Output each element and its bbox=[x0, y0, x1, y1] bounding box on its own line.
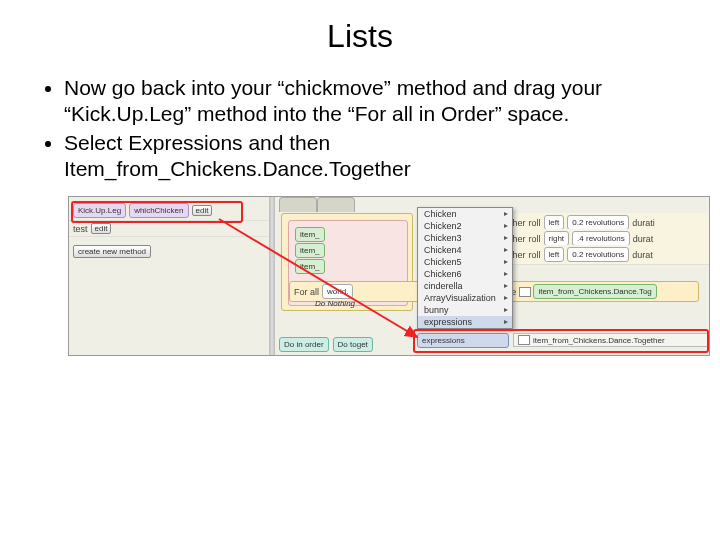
menu-item[interactable]: bunny bbox=[418, 304, 512, 316]
item-token[interactable]: item_from_Chickens.Dance.Tog bbox=[533, 284, 656, 299]
instruction-item: Select Expressions and then Item_from_Ch… bbox=[64, 130, 674, 183]
editor-panel: item_ item_ item_ ether roll left 0.2 re… bbox=[275, 197, 707, 355]
item-token[interactable]: item_ bbox=[295, 259, 325, 274]
editor-tab[interactable] bbox=[317, 197, 355, 212]
item-token[interactable]: item_ bbox=[295, 243, 325, 258]
token-icon bbox=[519, 287, 531, 297]
menu-item[interactable]: Chicken6 bbox=[418, 268, 512, 280]
edit-button[interactable]: edit bbox=[91, 223, 112, 234]
control-tag[interactable]: Do in order bbox=[279, 337, 329, 352]
edit-button[interactable]: edit bbox=[192, 205, 213, 216]
roll-label: roll bbox=[529, 218, 541, 228]
instruction-item: Now go back into your “chickmove” method… bbox=[64, 75, 674, 128]
screenshot-embed: Kick.Up.Leg whichChicken edit test edit … bbox=[68, 196, 710, 356]
world-tag[interactable]: world. bbox=[322, 284, 353, 299]
amount-tag[interactable]: 0.2 revolutions bbox=[567, 215, 629, 230]
menu-item[interactable]: Chicken2 bbox=[418, 220, 512, 232]
roll-label: roll bbox=[529, 234, 541, 244]
context-menu: Chicken Chicken2 Chicken3 Chicken4 Chick… bbox=[417, 207, 513, 329]
direction-tag[interactable]: left bbox=[544, 215, 565, 230]
editor-tab[interactable] bbox=[279, 197, 317, 212]
menu-item[interactable]: Chicken bbox=[418, 208, 512, 220]
param-tag[interactable]: whichChicken bbox=[129, 203, 188, 218]
slide-title: Lists bbox=[46, 18, 674, 55]
forall-label: For all bbox=[294, 287, 319, 297]
roll-label: roll bbox=[529, 250, 541, 260]
method-label: test bbox=[73, 224, 88, 234]
expression-label: item_from_Chickens.Dance.Together bbox=[533, 336, 665, 345]
amount-tag[interactable]: .4 revolutions bbox=[572, 231, 630, 246]
expressions-tag[interactable]: expressions bbox=[417, 333, 509, 348]
token-icon bbox=[518, 335, 530, 345]
expression-result[interactable]: item_from_Chickens.Dance.Together bbox=[513, 333, 709, 347]
menu-item[interactable]: Chicken5 bbox=[418, 256, 512, 268]
duration-label: durat bbox=[633, 234, 654, 244]
duration-label: durat bbox=[632, 250, 653, 260]
method-tag[interactable]: Kick.Up.Leg bbox=[73, 203, 126, 218]
create-method-button[interactable]: create new method bbox=[73, 245, 151, 258]
do-nothing-label: Do Nothing bbox=[315, 299, 355, 308]
direction-tag[interactable]: right bbox=[544, 231, 570, 246]
amount-tag[interactable]: 0.2 revolutions bbox=[567, 247, 629, 262]
menu-item[interactable]: ArrayVisualization bbox=[418, 292, 512, 304]
menu-item-expressions[interactable]: expressions bbox=[418, 316, 512, 328]
control-tag[interactable]: Do toget bbox=[333, 337, 373, 352]
instruction-list: Now go back into your “chickmove” method… bbox=[46, 75, 674, 182]
menu-item[interactable]: cinderella bbox=[418, 280, 512, 292]
duration-label: durati bbox=[632, 218, 655, 228]
item-token[interactable]: item_ bbox=[295, 227, 325, 242]
direction-tag[interactable]: left bbox=[544, 247, 565, 262]
methods-panel: Kick.Up.Leg whichChicken edit test edit … bbox=[69, 197, 269, 355]
menu-item[interactable]: Chicken3 bbox=[418, 232, 512, 244]
menu-item[interactable]: Chicken4 bbox=[418, 244, 512, 256]
